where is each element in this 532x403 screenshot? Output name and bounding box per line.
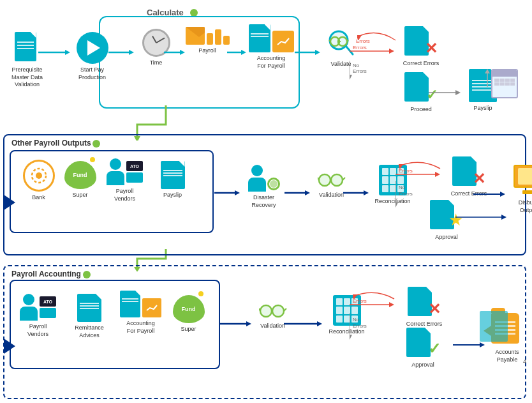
person-head-s2 [110, 158, 121, 170]
arrow-proceed-payslip [429, 88, 464, 98]
person-disaster [248, 165, 266, 192]
monitor-screen [514, 165, 533, 188]
bank-label: Bank [32, 194, 45, 202]
start-pay-icon-wrap: Start PayProduction [71, 32, 113, 81]
payroll-vendors-s2-icon: ATO [107, 158, 143, 185]
glasses-s3 [259, 302, 287, 320]
svg-marker-56 [501, 215, 506, 220]
payroll-vendors-s2-label: PayrollVendors [114, 188, 135, 202]
remittance-icon [77, 294, 101, 322]
correct-errors-s2-icon: ✕ [452, 155, 485, 188]
calc-cell-4 [382, 176, 388, 183]
svg-line-17 [347, 40, 348, 42]
clock-min-hand [156, 38, 165, 43]
super-s3-piggy: Fund [173, 295, 205, 323]
start-pay-label: Start PayProduction [78, 66, 106, 81]
svg-marker-49 [395, 202, 398, 208]
svg-marker-52 [399, 164, 403, 169]
prereq-doc-icon [15, 32, 40, 64]
approval-s3-icon: ✓ [406, 326, 440, 359]
calc-s3-cell-7 [336, 316, 343, 323]
remittance-label: RemittanceAdvices [75, 324, 104, 339]
person-body-disaster [248, 178, 266, 192]
calc-cell-1 [382, 168, 388, 175]
start-pay-circle [77, 32, 108, 64]
svg-point-39 [331, 174, 343, 186]
payroll-vendors-s3-label: PayrollVendors [27, 323, 48, 338]
approval-s3-wrap: ✓ Approval [394, 326, 452, 369]
ato-badge-s3: ATO [40, 296, 56, 307]
payroll-vendors-s3-icon: ATO [20, 294, 56, 321]
payslip-s1-label: Payslip [473, 105, 492, 112]
payroll-envelope [186, 27, 205, 45]
payroll-accounting-dot [83, 271, 91, 278]
svg-line-16 [329, 40, 330, 42]
accounting-payroll-icon-wrap: AccountingFor Payroll [246, 24, 297, 70]
arrow-s2-disburse [473, 188, 508, 201]
svg-marker-71 [350, 335, 352, 340]
bank-circle-icon [23, 160, 55, 192]
svg-text:Errors: Errors [353, 323, 367, 329]
accounting-s3-doc [120, 291, 140, 317]
accounts-payable-label: AccountsPayable [495, 349, 519, 363]
ap-doc-back [480, 311, 508, 342]
super-s3-label: Super [181, 326, 196, 333]
accounting-s3-icon [120, 291, 161, 317]
ato-badge-s2: ATO [126, 161, 143, 171]
monitor-stand [522, 190, 533, 194]
svg-marker-37 [305, 190, 310, 195]
ato-boxes-s3: ATO [40, 296, 56, 321]
payslip-s2-icon [161, 161, 185, 189]
svg-marker-68 [389, 302, 394, 307]
arrow-accounting-validate [295, 48, 323, 57]
svg-marker-59 [246, 321, 251, 326]
payroll-accounting-label: Payroll Accounting [11, 270, 81, 278]
payroll-envelope-coins [186, 27, 230, 45]
calc-s3-cell-5 [344, 307, 350, 314]
accounting-s3-trend [142, 298, 161, 317]
super-fund-text: Fund [73, 172, 87, 178]
time-label: Time [150, 59, 163, 67]
calc-cell-8 [390, 185, 396, 192]
payroll-vendors-s3-wrap: ATO PayrollVendors [14, 294, 62, 338]
payroll-icon-wrap: Payroll [185, 27, 230, 55]
page-number: 4 [523, 358, 526, 365]
calc-cell-2 [390, 168, 396, 175]
vendor-box2 [126, 172, 143, 183]
svg-marker-7 [180, 50, 185, 55]
super-s3-wrap: Fund Super [168, 295, 209, 333]
glasses-s2 [318, 171, 346, 189]
arrow-payslip-cal [480, 69, 496, 88]
payslip-s2-wrap: Payslip [152, 161, 193, 199]
calc-cell-7 [382, 185, 388, 192]
other-payroll-dot [92, 140, 100, 148]
person-s3 [20, 294, 38, 321]
globe-icon [267, 178, 280, 190]
calc-s3-cell-8 [344, 316, 350, 323]
svg-text:Errors: Errors [353, 68, 367, 74]
svg-marker-31 [4, 195, 15, 210]
svg-marker-30 [485, 69, 490, 73]
x-mark-s1: ✕ [425, 40, 438, 57]
other-payroll-label: Other Payroll Outputs [11, 139, 91, 148]
svg-point-38 [319, 174, 330, 186]
person-body-s3 [20, 307, 38, 321]
accounting-s3-wrap: AccountingFor Payroll [114, 291, 168, 335]
arrow-valid-recon-s3 [284, 319, 325, 329]
svg-marker-3 [65, 50, 70, 55]
diagram-container: Calculate PrerequisiteMaster DataValidat… [0, 0, 532, 403]
calc-s3-cell-2 [344, 298, 350, 305]
calc-s3-cell-1 [336, 298, 343, 305]
correct-errors-s1-wrap: ✕ Correct Errors [392, 24, 450, 68]
arrow-recon-noerr-s3: No Errors [350, 310, 401, 342]
arrow-startpay-time [108, 48, 137, 57]
svg-marker-66 [317, 321, 322, 326]
accounting-payroll-label: AccountingFor Payroll [257, 55, 286, 70]
super-fund-text-s3: Fund [182, 306, 196, 312]
bank-icon-wrap: Bank [18, 160, 59, 202]
correct-errors-s3-wrap: ✕ Correct Errors [395, 285, 453, 328]
svg-marker-54 [500, 192, 505, 197]
proceed-label: Proceed [410, 106, 432, 114]
svg-marker-57 [4, 338, 15, 354]
section2-start-arrow [4, 195, 17, 210]
